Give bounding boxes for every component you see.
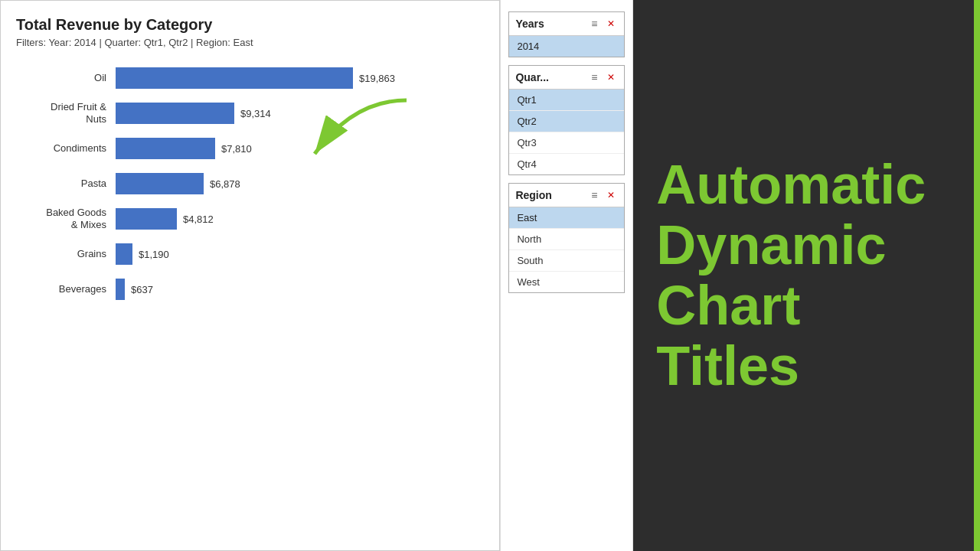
slicer-header: Region≡✕ xyxy=(509,184,624,207)
bar-value: $19,863 xyxy=(359,73,395,84)
bar-value: $7,810 xyxy=(221,143,252,155)
slicer-item[interactable]: North xyxy=(509,229,624,250)
overlay-text: Automatic Dynamic Chart Titles xyxy=(656,155,957,397)
slicer-title: Quar... xyxy=(515,71,584,83)
bar-row: Dried Fruit &Nuts$9,314 xyxy=(16,99,492,128)
slicer-item[interactable]: East xyxy=(509,207,624,229)
clear-filter-icon[interactable]: ✕ xyxy=(604,17,618,31)
bar-label: Condiments xyxy=(16,142,116,155)
chart-subtitle: Filters: Year: 2014 | Quarter: Qtr1, Qtr… xyxy=(16,37,492,48)
bar-container: $9,314 xyxy=(116,103,492,124)
overlay-line1: Automatic xyxy=(656,155,957,215)
bar-value: $637 xyxy=(131,284,153,295)
chart-area: Oil$19,863Dried Fruit &Nuts$9,314Condime… xyxy=(16,64,492,310)
clear-filter-icon[interactable]: ✕ xyxy=(604,70,618,84)
bar-fill xyxy=(116,173,204,194)
bar-value: $6,878 xyxy=(210,178,240,190)
slicer-item[interactable]: West xyxy=(509,272,624,292)
slicer-item[interactable]: 2014 xyxy=(509,36,624,57)
slicer-item[interactable]: Qtr1 xyxy=(509,90,624,111)
bar-fill xyxy=(116,243,132,265)
bar-fill xyxy=(116,67,353,89)
slicer-item[interactable]: South xyxy=(509,250,624,272)
bar-container: $19,863 xyxy=(116,67,492,89)
bar-value: $1,190 xyxy=(139,249,169,260)
slicer-title: Region xyxy=(515,189,584,201)
right-border-accent xyxy=(974,0,980,551)
bar-container: $1,190 xyxy=(116,243,492,265)
chart-title: Total Revenue by Category xyxy=(16,16,492,34)
overlay-line2: Dynamic xyxy=(656,215,957,276)
slicer-item[interactable]: Qtr2 xyxy=(509,111,624,132)
bar-value: $4,812 xyxy=(183,214,214,225)
bar-row: Pasta$6,878 xyxy=(16,169,492,198)
bar-fill xyxy=(116,208,177,230)
slicer-item[interactable]: Qtr3 xyxy=(509,132,624,154)
bar-container: $6,878 xyxy=(116,173,492,194)
slicer-quar-: Quar...≡✕Qtr1Qtr2Qtr3Qtr4 xyxy=(508,65,625,175)
slicer-years: Years≡✕2014 xyxy=(508,11,625,57)
bar-row: Baked Goods& Mixes$4,812 xyxy=(16,204,492,233)
slicer-header: Quar...≡✕ xyxy=(509,66,624,90)
bar-row: Condiments$7,810 xyxy=(16,134,492,163)
chart-panel: Total Revenue by Category Filters: Year:… xyxy=(0,0,500,551)
bar-fill xyxy=(116,103,234,124)
bar-fill xyxy=(116,279,125,300)
bar-fill xyxy=(116,138,215,159)
filter-icon[interactable]: ≡ xyxy=(587,188,601,202)
bar-label: Grains xyxy=(16,248,116,260)
bar-container: $7,810 xyxy=(116,138,492,159)
clear-filter-icon[interactable]: ✕ xyxy=(604,188,618,202)
filter-icon[interactable]: ≡ xyxy=(587,17,601,31)
filter-icon[interactable]: ≡ xyxy=(587,70,601,84)
bar-label: Dried Fruit &Nuts xyxy=(16,101,116,125)
slicer-item[interactable]: Qtr4 xyxy=(509,154,624,174)
bar-row: Beverages$637 xyxy=(16,275,492,304)
bar-container: $637 xyxy=(116,279,492,300)
bar-row: Grains$1,190 xyxy=(16,240,492,269)
bar-value: $9,314 xyxy=(240,108,271,119)
slicer-region: Region≡✕EastNorthSouthWest xyxy=(508,183,625,293)
bar-label: Oil xyxy=(16,72,116,84)
overlay-line3: Chart Titles xyxy=(656,276,957,396)
bar-label: Pasta xyxy=(16,178,116,190)
bar-row: Oil$19,863 xyxy=(16,64,492,93)
bar-label: Beverages xyxy=(16,283,116,295)
slicer-header: Years≡✕ xyxy=(509,12,624,36)
slicers-panel: Years≡✕2014Quar...≡✕Qtr1Qtr2Qtr3Qtr4Regi… xyxy=(500,0,633,551)
right-panel: Automatic Dynamic Chart Titles xyxy=(633,0,980,551)
slicer-title: Years xyxy=(515,18,584,30)
bar-container: $4,812 xyxy=(116,208,492,230)
bar-label: Baked Goods& Mixes xyxy=(16,207,116,230)
